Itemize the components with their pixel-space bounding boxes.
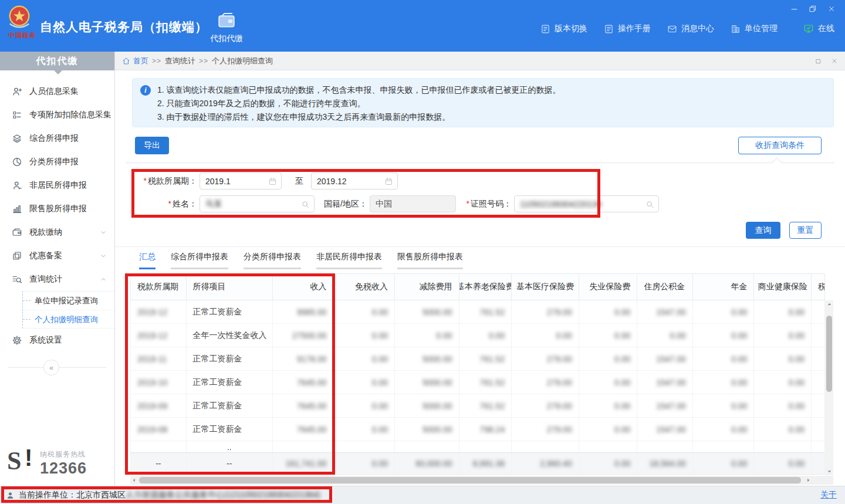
sidebar-item-7[interactable]: 税款缴纳 [0,221,114,244]
table-cell: 0.00 [693,453,755,474]
table-cell: 0.00 [579,300,638,323]
sidebar-item-4[interactable]: 分类所得申报 [0,150,114,174]
sidebar-item-10[interactable]: 系统设置 [0,329,114,352]
sidebar-item-2[interactable]: 专项附加扣除信息采集 [0,103,114,127]
table-cell: 0.00 [579,324,638,347]
name-input[interactable]: 马某 [200,195,315,212]
minimize-icon[interactable] [789,4,799,14]
table-cell: 2019-11 [130,347,187,370]
query-button[interactable]: 查询 [746,222,780,239]
table-row[interactable]: 2019-11正常工资薪金9178.000.005000.00761.52279… [130,347,825,371]
tab-汇总[interactable]: 汇总 [139,252,156,269]
notice-line-1: 1. 该查询统计表仅能查询已申报成功的数据，不包含未申报、申报失败，已申报但已作… [157,83,825,97]
table-row[interactable]: 2019-10正常工资薪金7645.000.005000.00761.52279… [130,371,825,394]
breadcrumb-item[interactable]: 个人扣缴明细查询 [212,56,273,66]
sidebar-item-1[interactable]: 人员信息采集 [0,80,114,103]
table-cell [273,441,334,452]
online-status[interactable]: 在线 [803,23,834,34]
panel-window-controls [815,52,838,70]
sidebar-item-5[interactable]: 非居民所得申报 [0,174,114,197]
tab-限售股所得申报表[interactable]: 限售股所得申报表 [397,252,463,269]
scroll-right-icon[interactable] [805,476,812,485]
horizontal-scroll-thumb[interactable] [139,477,801,483]
sidebar-subitem-个人扣缴明细查询[interactable]: 个人扣缴明细查询 [23,310,114,328]
nav-item-4[interactable]: 单位管理 [731,23,778,34]
table-cell: 279.00 [512,300,579,323]
table-cell: 1547.00 [637,300,693,323]
table-cell [459,441,512,452]
table-row[interactable]: 2019-09正常工资薪金7645.000.005000.00761.52279… [130,394,825,418]
table-cell: 7645.00 [273,418,334,441]
table-cell [812,418,825,441]
redacted-name-value: 马某 [205,199,222,209]
table-cell [579,441,638,452]
vertical-scrollbar[interactable] [825,300,833,475]
table-cell: 0.00 [754,347,812,370]
table-cell: 2019-09 [130,394,187,417]
table-cell: 9985.00 [273,300,334,323]
scroll-left-icon[interactable] [130,476,138,485]
column-header-基本养老保险费: 基本养老保险费 [459,274,512,300]
nav-item-2[interactable]: 操作手册 [604,23,651,34]
breadcrumb-item[interactable]: 查询统计 [165,56,195,66]
tax-emblem-logo: 中国税务 [6,4,39,40]
table-cell: 0.00 [512,324,579,347]
table-cell: 0.00 [693,394,755,417]
sidebar-collapse-button[interactable]: « [43,360,59,376]
calendar-icon[interactable] [268,177,277,186]
table-row[interactable]: 2019-12正常工资薪金9985.000.005000.00761.52279… [130,300,825,324]
sidebar-item-label: 非居民所得申报 [29,180,107,191]
tab-非居民所得申报表[interactable]: 非居民所得申报表 [316,252,382,269]
sidebar-item-label: 分类所得申报 [29,157,107,167]
nav-item-3[interactable]: 消息中心 [667,23,714,34]
table-cell [693,441,755,452]
app-tab-withholding[interactable]: 代扣代缴 [194,7,259,47]
sidebar-item-6[interactable]: 限售股所得申报 [0,197,114,221]
vertical-scroll-thumb[interactable] [826,316,832,392]
sidebar-item-8[interactable]: 优惠备案 [0,244,114,268]
period-start-input[interactable]: 2019.1 [200,172,282,190]
table-cell [812,371,825,394]
export-button[interactable]: 导出 [135,137,169,154]
table-cell: 5000.00 [395,394,459,417]
sidebar-item-9[interactable]: 查询统计 [0,268,114,291]
nav-item-1[interactable]: 版本切换 [540,23,587,34]
search-icon[interactable] [301,200,310,209]
id-number-input[interactable]: 110502199304220139 [514,195,659,212]
wallet-icon [12,227,22,238]
panel-maximize-icon[interactable] [815,58,822,65]
scroll-down-icon[interactable] [825,468,833,475]
period-end-input[interactable]: 2019.12 [311,172,398,190]
column-header-基本医疗保险费: 基本医疗保险费 [512,274,579,300]
table-cell [130,441,187,452]
hotline-headset-icon: S! [7,448,35,479]
collapse-query-button[interactable]: 收折查询条件 [738,137,822,154]
table-cell: 0.00 [333,418,395,441]
restore-icon[interactable] [807,4,818,14]
table-cell [754,441,812,452]
tab-分类所得申报表[interactable]: 分类所得申报表 [244,252,301,269]
tab-综合所得申报表[interactable]: 综合所得申报表 [171,252,228,269]
horizontal-scrollbar[interactable] [130,476,833,485]
reset-button[interactable]: 重置 [789,222,822,239]
app-tab-label: 代扣代缴 [210,33,243,44]
breadcrumb-home[interactable]: 首页 [122,56,148,66]
table-cell: 2019-12 [130,324,187,347]
table-row[interactable]: 2019-08正常工资薪金7645.000.005000.00798.24279… [130,418,825,441]
column-header-所得项目: 所得项目 [187,274,273,300]
table-cell: 0.00 [693,300,755,323]
about-link[interactable]: 关于 [820,490,837,500]
table-cell: 761.52 [459,371,512,394]
calendar-icon[interactable] [384,177,393,186]
sidebar-subitem-单位申报记录查询[interactable]: 单位申报记录查询 [23,292,114,310]
search-icon[interactable] [645,200,654,209]
table-cell: 279.00 [512,418,579,441]
table-row[interactable]: 2019-12全年一次性奖金收入27500.000.000.000.000.00… [130,324,825,347]
close-icon[interactable] [826,4,837,14]
scroll-up-icon[interactable] [825,300,833,308]
sidebar-item-label: 专项附加扣除信息采集 [29,110,111,120]
table-cell: 0.00 [754,418,812,441]
user-icon [6,491,15,500]
panel-close-icon[interactable] [831,57,838,65]
sidebar-item-3[interactable]: 综合所得申报 [0,127,114,150]
